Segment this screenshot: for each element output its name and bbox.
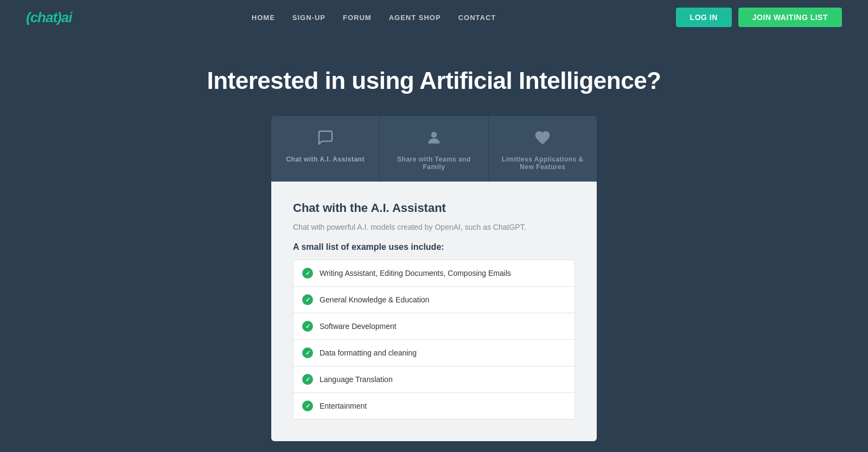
feature-list: Writing Assistant, Editing Documents, Co… — [293, 260, 575, 419]
list-item: Entertainment — [293, 393, 575, 419]
check-icon — [302, 347, 313, 358]
list-item-text: General Knowledge & Education — [320, 295, 429, 304]
heart-icon — [534, 129, 551, 150]
join-button[interactable]: JOIN WAITING LIST — [738, 8, 842, 27]
nav-links: HOMESIGN-UPFORUMAGENT SHOPCONTACT — [252, 12, 496, 22]
list-item-text: Language Translation — [320, 375, 393, 384]
content-description: Chat with powerful A.I. models created b… — [293, 223, 575, 231]
list-item-text: Writing Assistant, Editing Documents, Co… — [320, 269, 511, 277]
tab-share-label: Share with Teams and Family — [388, 156, 479, 171]
content-heading: Chat with the A.I. Assistant — [293, 201, 575, 215]
logo-text: (chat)ai — [26, 9, 72, 25]
check-icon — [302, 294, 313, 305]
tab-chat[interactable]: Chat with A.I. Assistant — [271, 116, 380, 182]
check-icon — [302, 321, 313, 332]
list-item: Language Translation — [293, 366, 575, 393]
tab-share[interactable]: Share with Teams and Family — [380, 116, 488, 182]
content-list-heading: A small list of example uses include: — [293, 242, 575, 252]
navbar: (chat)ai HOMESIGN-UPFORUMAGENT SHOPCONTA… — [0, 0, 868, 35]
content-panel: Chat with the A.I. Assistant Chat with p… — [271, 182, 597, 441]
list-item: Data formatting and cleaning — [293, 340, 575, 366]
tab-limitless[interactable]: Limitless Applications & New Features — [489, 116, 597, 182]
nav-link-contact[interactable]: CONTACT — [458, 14, 496, 22]
tabs: Chat with A.I. Assistant Share with Team… — [271, 116, 597, 182]
list-item-text: Software Development — [320, 322, 397, 331]
list-item-text: Data formatting and cleaning — [320, 348, 417, 357]
login-button[interactable]: LOG IN — [676, 8, 732, 27]
nav-link-forum[interactable]: FORUM — [343, 14, 372, 22]
tab-chat-label: Chat with A.I. Assistant — [286, 156, 364, 163]
list-item: Software Development — [293, 313, 575, 340]
features-container: Chat with A.I. Assistant Share with Team… — [271, 116, 597, 441]
tab-limitless-label: Limitless Applications & New Features — [497, 156, 588, 171]
list-item: Writing Assistant, Editing Documents, Co… — [293, 260, 575, 287]
nav-link-home[interactable]: HOME — [252, 14, 275, 22]
check-icon — [302, 401, 313, 411]
person-icon — [425, 129, 443, 150]
check-icon — [302, 374, 313, 385]
chat-icon — [317, 129, 334, 150]
nav-link-agent-shop[interactable]: AGENT SHOP — [389, 14, 441, 22]
hero-title: Interested in using Artificial Intellige… — [11, 67, 857, 94]
hero-section: Interested in using Artificial Intellige… — [0, 35, 868, 116]
logo: (chat)ai — [26, 9, 72, 26]
check-icon — [302, 268, 313, 279]
list-item-text: Entertainment — [320, 402, 367, 410]
nav-buttons: LOG IN JOIN WAITING LIST — [676, 8, 842, 27]
nav-link-sign-up[interactable]: SIGN-UP — [292, 14, 326, 22]
svg-point-0 — [431, 132, 437, 138]
list-item: General Knowledge & Education — [293, 287, 575, 313]
